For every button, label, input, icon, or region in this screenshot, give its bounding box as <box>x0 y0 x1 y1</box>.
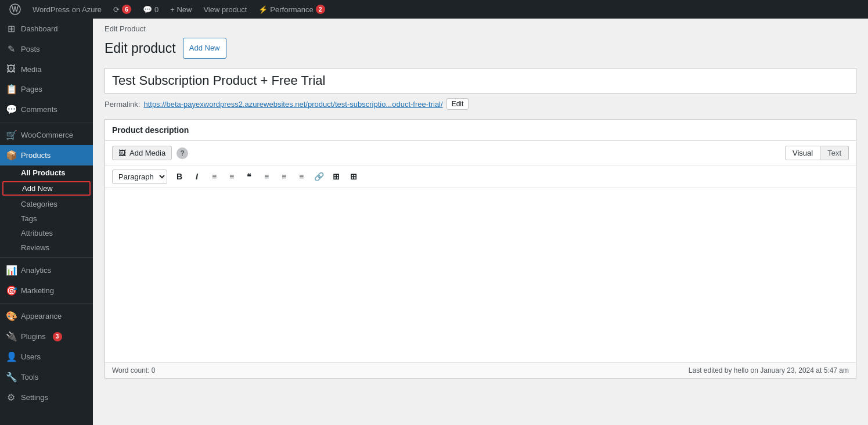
sidebar-subitem-reviews[interactable]: Reviews <box>0 240 93 255</box>
editor-help-icon[interactable]: ? <box>177 147 188 159</box>
comments-menu[interactable]: 💬 0 <box>138 0 163 19</box>
sidebar-item-dashboard[interactable]: ⊞ Dashboard <box>0 19 93 39</box>
comments-icon: 💬 <box>6 104 16 115</box>
breadcrumb: Edit Product <box>105 24 856 33</box>
align-left-button[interactable]: ≡ <box>259 169 274 184</box>
sidebar-item-media[interactable]: 🖼 Media <box>0 59 93 79</box>
page-header: Edit product Add New <box>105 38 856 59</box>
editor-format-toolbar: Paragraph Heading 1 Heading 2 Heading 3 … <box>105 165 856 188</box>
unordered-list-button[interactable]: ≡ <box>207 169 222 184</box>
sidebar-item-marketing[interactable]: 🎯 Marketing <box>0 280 93 301</box>
sidebar-item-posts[interactable]: ✎ Posts <box>0 39 93 59</box>
add-new-button[interactable]: Add New <box>183 38 226 59</box>
italic-button[interactable]: I <box>189 169 204 184</box>
products-icon: 📦 <box>6 150 16 161</box>
admin-bar: W WordPress on Azure ⟳ 6 💬 0 + New View … <box>0 0 868 19</box>
align-right-button[interactable]: ≡ <box>294 169 309 184</box>
pages-icon: 📋 <box>6 84 16 95</box>
add-media-button[interactable]: 🖼 Add Media <box>112 146 172 160</box>
users-icon: 👤 <box>6 351 16 362</box>
appearance-icon: 🎨 <box>6 311 16 322</box>
add-media-icon: 🖼 <box>118 149 126 157</box>
more-options-button[interactable]: ⊞ <box>346 169 361 184</box>
media-icon: 🖼 <box>6 64 16 74</box>
marketing-icon: 🎯 <box>6 285 16 296</box>
permalink-label: Permalink: <box>105 100 140 109</box>
product-title-input[interactable] <box>105 68 856 93</box>
paragraph-format-select[interactable]: Paragraph Heading 1 Heading 2 Heading 3 <box>112 170 167 184</box>
sidebar-item-analytics[interactable]: 📊 Analytics <box>0 260 93 280</box>
new-content-menu[interactable]: + New <box>165 0 196 19</box>
sidebar-item-woocommerce[interactable]: 🛒 WooCommerce <box>0 125 93 145</box>
editor-footer: Word count: 0 Last edited by hello on Ja… <box>105 362 856 378</box>
sidebar-subitem-add-new[interactable]: Add New <box>2 181 91 196</box>
performance-menu[interactable]: ⚡ Performance 2 <box>254 0 329 19</box>
word-count: Word count: 0 <box>112 366 155 374</box>
sidebar-subitem-all-products[interactable]: All Products <box>0 165 93 180</box>
sidebar-item-tools[interactable]: 🔧 Tools <box>0 367 93 387</box>
blockquote-button[interactable]: ❝ <box>242 169 257 184</box>
view-product-link[interactable]: View product <box>199 0 251 19</box>
page-title: Edit product <box>105 41 176 56</box>
sidebar-subitem-categories[interactable]: Categories <box>0 197 93 211</box>
visual-tab[interactable]: Visual <box>785 146 820 160</box>
tools-icon: 🔧 <box>6 372 16 383</box>
site-name[interactable]: WordPress on Azure <box>28 0 106 19</box>
align-center-button[interactable]: ≡ <box>276 169 291 184</box>
sidebar-subitem-tags[interactable]: Tags <box>0 211 93 226</box>
last-edited-info: Last edited by hello on January 23, 2024… <box>689 366 849 374</box>
sidebar-subitem-attributes[interactable]: Attributes <box>0 226 93 240</box>
main-content: Edit Product Edit product Add New Permal… <box>93 19 868 425</box>
ordered-list-button[interactable]: ≡ <box>224 169 239 184</box>
sidebar-item-comments[interactable]: 💬 Comments <box>0 99 93 120</box>
sidebar-item-pages[interactable]: 📋 Pages <box>0 79 93 99</box>
plugins-icon: 🔌 <box>6 331 16 342</box>
text-tab[interactable]: Text <box>820 146 849 160</box>
bold-button[interactable]: B <box>172 169 187 184</box>
insert-table-button[interactable]: ⊞ <box>329 169 344 184</box>
posts-icon: ✎ <box>6 44 16 55</box>
sidebar-item-products[interactable]: 📦 Products <box>0 145 93 165</box>
editor-toolbar-top: 🖼 Add Media ? Visual Text <box>105 141 856 165</box>
sidebar-item-users[interactable]: 👤 Users <box>0 347 93 367</box>
analytics-icon: 📊 <box>6 265 16 276</box>
sidebar-item-settings[interactable]: ⚙ Settings <box>0 387 93 408</box>
woocommerce-icon: 🛒 <box>6 129 16 141</box>
svg-text:W: W <box>12 5 19 13</box>
sidebar-item-appearance[interactable]: 🎨 Appearance <box>0 306 93 326</box>
editor-box-title: Product description <box>105 120 856 141</box>
visual-text-tabs: Visual Text <box>785 146 849 160</box>
permalink-row: Permalink: https://beta-payexwordpress2.… <box>105 98 856 110</box>
settings-icon: ⚙ <box>6 392 16 403</box>
sidebar-item-plugins[interactable]: 🔌 Plugins 3 <box>0 326 93 347</box>
insert-link-button[interactable]: 🔗 <box>311 169 326 184</box>
product-description-editor: Product description 🖼 Add Media ? Visual… <box>105 119 856 379</box>
permalink-edit-button[interactable]: Edit <box>446 98 469 110</box>
wp-logo[interactable]: W <box>5 0 26 19</box>
permalink-url[interactable]: https://beta-payexwordpress2.azurewebsit… <box>143 100 442 109</box>
editor-body[interactable] <box>105 188 856 362</box>
updates-menu[interactable]: ⟳ 6 <box>109 0 136 19</box>
admin-sidebar: ⊞ Dashboard ✎ Posts 🖼 Media 📋 Pages 💬 Co… <box>0 19 93 425</box>
dashboard-icon: ⊞ <box>6 23 16 34</box>
